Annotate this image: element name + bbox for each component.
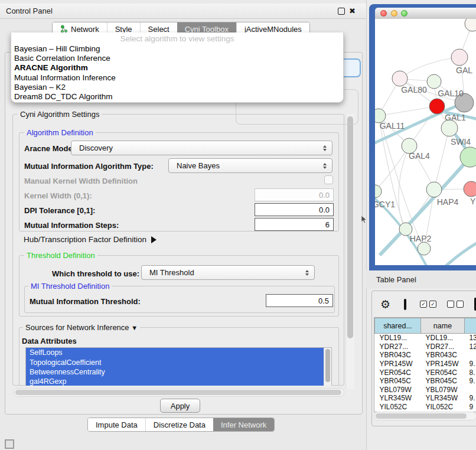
network-view-window[interactable]: GAL GAL80 GAL10 GAL1 GAL11 SWI4 GAL4 GCY…	[369, 4, 476, 270]
mac-zoom-icon[interactable]	[401, 10, 407, 17]
table-horizontal-scrollbar[interactable]	[374, 412, 476, 420]
tab-discretize-data[interactable]: Discretize Data	[145, 418, 213, 431]
list-item[interactable]: gal4RGexp	[26, 377, 324, 386]
dpi-tolerance-field[interactable]: 0.0	[255, 203, 334, 216]
settings-vertical-scrollbar[interactable]	[345, 114, 354, 389]
dpi-tolerance-label: DPI Tolerance [0,1]:	[24, 206, 95, 215]
stepper-icon	[323, 145, 327, 151]
column-header-partial[interactable]	[465, 318, 476, 334]
dropdown-item[interactable]: Bayesian – Hill Climbing	[11, 44, 343, 54]
table-panel-title: Table Panel	[376, 275, 416, 284]
stepper-icon	[323, 163, 327, 169]
table-container: shared... name YDL19...YDL19...13 YDR27.…	[374, 317, 476, 412]
unselect-all-columns-icon[interactable]	[447, 301, 464, 308]
float-panel-icon[interactable]	[338, 8, 345, 15]
close-panel-icon[interactable]: ✖	[349, 8, 356, 14]
mac-minimize-icon[interactable]	[391, 10, 397, 17]
column-layout-icon[interactable]	[404, 299, 406, 310]
table-row[interactable]: YBL079WYBL079W	[375, 386, 476, 394]
node-label: GAL4	[409, 151, 430, 161]
column-header-name[interactable]: name	[421, 318, 465, 334]
list-item[interactable]: SelfLoops	[26, 348, 324, 357]
hub-definition-expander[interactable]: Hub/Transcription Factor Definition	[24, 235, 157, 244]
node-swi4[interactable]	[441, 120, 458, 136]
dropdown-item[interactable]: Bayesian – K2	[11, 83, 343, 92]
tab-impute-data-label: Impute Data	[96, 420, 138, 429]
node-gal1[interactable]	[429, 99, 445, 114]
table-row[interactable]: YDR27...YDR27...12	[375, 343, 476, 351]
apply-button[interactable]: Apply	[160, 399, 200, 413]
manual-kernel-checkbox[interactable]	[324, 175, 333, 184]
mi-threshold-field[interactable]: 0.5	[266, 294, 333, 307]
mi-type-combobox[interactable]: Naive Bayes	[168, 158, 332, 173]
sources-group: Sources for Network Inference ▼ Data Att…	[19, 327, 339, 385]
tab-infer-network-label: Infer Network	[221, 420, 266, 429]
table-row[interactable]: YBR045CYBR045C9.	[375, 377, 476, 386]
node-label: GCY1	[375, 200, 395, 209]
control-panel-titlebar: Control Panel ✖	[0, 4, 366, 19]
node[interactable]	[465, 19, 476, 31]
mouse-cursor	[361, 216, 367, 224]
kernel-width-field[interactable]: 0.0	[255, 188, 334, 201]
table-row[interactable]: YPR145WYPR145W9.	[375, 360, 476, 369]
sources-title-label: Sources for Network Inference	[25, 323, 129, 332]
mi-steps-label: Mutual Information Steps:	[24, 221, 119, 230]
column-header-shared-name[interactable]: shared...	[375, 318, 421, 334]
which-threshold-combobox[interactable]: MI Threshold	[141, 265, 315, 280]
dropdown-item[interactable]: Dream8 DC_TDC Algorithm	[11, 92, 343, 102]
node-gal80[interactable]	[392, 71, 407, 86]
kernel-width-label: Kernel Width (0,1):	[24, 191, 92, 200]
manual-kernel-label: Manual Kernel Width Definition	[24, 177, 138, 185]
control-panel-title: Control Panel	[6, 6, 53, 15]
dropdown-item[interactable]: Basic Correlation Inference	[11, 54, 343, 63]
dropdown-item-selected[interactable]: ARACNE Algorithm	[11, 63, 343, 73]
node-label: GAL80	[401, 85, 427, 94]
table-row[interactable]: YER054CYER054C8.	[375, 368, 476, 377]
sources-title[interactable]: Sources for Network Inference ▼	[23, 324, 140, 332]
table-row[interactable]: YLR345WYLR345W9.	[375, 394, 476, 403]
node-label: SWI4	[451, 137, 471, 146]
control-panel: Control Panel ✖ Network Style Select Cyn…	[0, 0, 367, 450]
table-panel-titlebar: Table Panel	[366, 270, 476, 288]
node-gal10[interactable]	[427, 74, 441, 89]
node-gal[interactable]	[451, 49, 468, 66]
aracne-mode-label: Aracne Mode:	[24, 144, 75, 153]
network-graph: GAL GAL80 GAL10 GAL1 GAL11 SWI4 GAL4 GCY…	[375, 19, 476, 265]
dropdown-item[interactable]: Mutual Information Inference	[11, 73, 343, 83]
network-window-titlebar[interactable]	[375, 8, 476, 19]
settings-horizontal-scrollbar[interactable]	[14, 388, 344, 397]
tab-infer-network[interactable]: Infer Network	[213, 418, 274, 431]
data-attributes-list[interactable]: SelfLoops TopologicalCoefficient Between…	[25, 347, 332, 386]
algorithm-definition-group: Algorithm Definition Aracne Mode: Discov…	[19, 132, 339, 231]
network-canvas[interactable]: GAL GAL80 GAL10 GAL1 GAL11 SWI4 GAL4 GCY…	[375, 19, 476, 265]
list-item[interactable]: TopologicalCoefficient	[26, 357, 324, 367]
node-label: HAP4	[437, 197, 459, 207]
table-row[interactable]: YBR043CYBR043C	[375, 351, 476, 360]
select-all-columns-icon[interactable]: ✓✓	[420, 301, 436, 308]
aracne-mode-combobox[interactable]: Discovery	[71, 141, 332, 155]
gear-icon[interactable]: ⚙	[380, 298, 390, 311]
mac-close-icon[interactable]	[380, 10, 387, 17]
mi-threshold-definition-title: MI Threshold Definition	[28, 282, 112, 290]
list-vertical-scrollbar[interactable]	[324, 348, 331, 386]
mi-threshold-definition-group: MI Threshold Definition Mutual Informati…	[24, 286, 335, 313]
table-panel-body: ⚙ ✓✓ shared... name YDL19...YDL19...13 Y…	[371, 291, 476, 426]
mi-steps-field[interactable]: 6	[255, 218, 334, 231]
node-salmon[interactable]	[464, 181, 476, 197]
collapsed-panel-icon[interactable]	[5, 439, 14, 449]
list-item[interactable]: BetweennessCentrality	[26, 367, 324, 377]
node-hap4[interactable]	[426, 182, 442, 197]
tab-discretize-data-label: Discretize Data	[154, 420, 206, 429]
expand-right-icon	[151, 236, 157, 243]
node-gcy1[interactable]	[375, 185, 382, 198]
tab-impute-data[interactable]: Impute Data	[88, 418, 145, 431]
network-icon	[60, 25, 68, 33]
node[interactable]	[418, 242, 431, 255]
table-row[interactable]: YDL19...YDL19...13	[375, 334, 476, 343]
which-threshold-value: MI Threshold	[149, 268, 194, 277]
which-threshold-label: Which threshold to use:	[52, 269, 139, 278]
table-row[interactable]: YIL052CYIL052C9	[375, 403, 476, 412]
table-header-row: shared... name	[375, 318, 476, 334]
mi-threshold-label: Mutual Information Threshold:	[30, 297, 141, 306]
hub-definition-label: Hub/Transcription Factor Definition	[24, 235, 146, 244]
